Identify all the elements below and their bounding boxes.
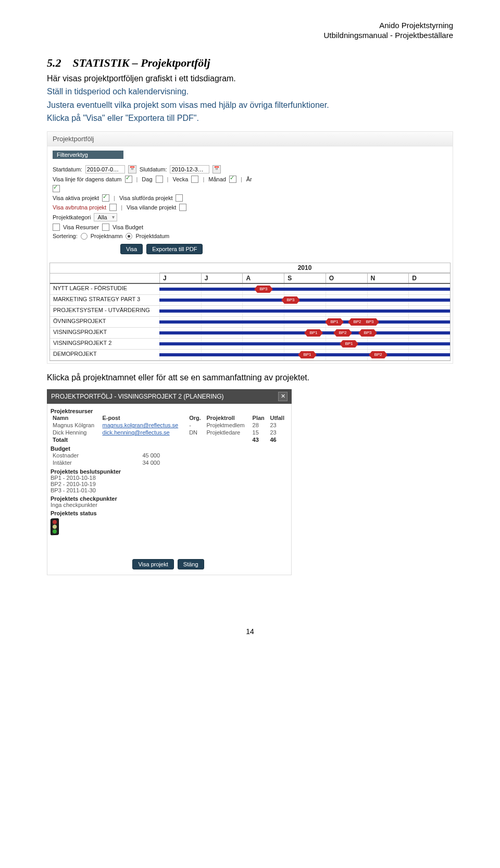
gantt-project-name[interactable]: VISNINGSPROJEKT: [50, 328, 159, 338]
res-plan: 28: [251, 421, 268, 429]
aborted-checkbox[interactable]: [109, 204, 117, 211]
gantt-bar: [159, 309, 450, 313]
gantt-project-name[interactable]: DEMOPROJEKT: [50, 350, 159, 360]
doc-title-line2: Utbildningsmanual - Projektbeställare: [47, 31, 453, 41]
open-project-button[interactable]: Visa projekt: [132, 559, 173, 569]
decision-point-item: BP1 - 2010-10-18: [51, 475, 288, 481]
cp-heading: Projektets checkpunkter: [51, 495, 288, 502]
gantt-row: MARKETING STRATEGY PART 3BP3: [50, 295, 450, 306]
gantt-month-header: D: [408, 274, 450, 283]
decision-point-marker[interactable]: BP1: [307, 329, 320, 337]
res-role: Projektledare: [204, 429, 250, 436]
calendar-icon[interactable]: 📅: [213, 165, 221, 173]
col-org: Org.: [187, 414, 204, 421]
total-utfall: 46: [268, 436, 288, 443]
decision-point-marker[interactable]: BP2: [372, 351, 384, 358]
section-title: STATISTIK – Projektportfölj: [73, 56, 210, 69]
gantt-month-header: N: [367, 274, 409, 283]
gantt-year: 2010: [159, 263, 450, 273]
cost-value: 45 000: [140, 452, 288, 459]
finished-checkbox[interactable]: [176, 194, 183, 202]
sort-date-radio[interactable]: [126, 233, 132, 240]
gantt-month-header: O: [326, 274, 367, 283]
show-budget-checkbox[interactable]: [102, 224, 109, 231]
show-resources-checkbox[interactable]: [53, 224, 60, 231]
sort-name-label: Projektnamn: [91, 233, 123, 239]
income-label: Intäkter: [51, 459, 112, 466]
cost-label: Kostnader: [51, 452, 112, 459]
gantt-project-name[interactable]: VISNINGSPROJEKT 2: [50, 339, 159, 349]
gantt-row: VISNINGSPROJEKTBP1BP2BP3: [50, 328, 450, 339]
show-resources-label: Visa Resurser: [63, 224, 99, 230]
doc-header: Anido Projektstyrning Utbildningsmanual …: [47, 21, 453, 41]
gantt-row: NYTT LAGER - FÖRSTUDIEBP3: [50, 284, 450, 295]
gantt-bar: [159, 320, 450, 324]
col-name: Namn: [51, 414, 101, 421]
gantt-month-header: S: [284, 274, 326, 283]
bp-heading: Projektets beslutspunkter: [51, 468, 288, 475]
cp-none: Inga checkpunkter: [51, 502, 288, 508]
sort-name-radio[interactable]: [81, 233, 88, 240]
res-role: Projektmedlem: [204, 421, 250, 429]
decision-point-item: BP2 - 2010-10-19: [51, 481, 288, 487]
popup-title: PROJEKTPORTFÖLJ - VISNINGSPROJEKT 2 (PLA…: [51, 393, 224, 400]
sort-label: Sortering:: [53, 233, 78, 239]
res-name: Dick Henning: [51, 429, 101, 436]
decision-point-marker[interactable]: BP1: [301, 351, 314, 358]
decision-point-marker[interactable]: BP3: [361, 329, 374, 337]
doc-title-line1: Anido Projektstyrning: [47, 21, 453, 31]
income-value: 34 000: [140, 459, 288, 466]
day-label: Dag: [142, 176, 152, 182]
active-checkbox[interactable]: [102, 194, 109, 202]
gantt-project-name[interactable]: NYTT LAGER - FÖRSTUDIE: [50, 284, 159, 294]
gantt-project-name[interactable]: PROJEKTSYSTEM - UTVÄRDERING: [50, 306, 159, 316]
filter-header: Filterverktyg: [53, 151, 123, 159]
caption-2: Klicka på projektnamnet eller för att se…: [47, 372, 453, 383]
week-label: Vecka: [172, 176, 188, 182]
end-date-label: Slutdatum:: [140, 166, 167, 172]
month-label: Månad: [208, 176, 226, 182]
decision-point-marker[interactable]: BP2: [336, 329, 349, 337]
col-role: Projektroll: [204, 414, 250, 421]
week-checkbox[interactable]: [191, 176, 198, 183]
day-checkbox[interactable]: [156, 176, 163, 183]
calendar-icon[interactable]: 📅: [128, 165, 136, 173]
col-plan: Plan: [251, 414, 268, 421]
section-number: 5.2: [47, 56, 70, 70]
res-email[interactable]: magnus.kolgran@reflectus.se: [101, 421, 188, 429]
gantt-bar: [159, 299, 450, 302]
start-date-label: Startdatum:: [53, 166, 82, 172]
gantt-project-name[interactable]: MARKETING STRATEGY PART 3: [50, 295, 159, 305]
gantt-project-name[interactable]: ÖVNINGSPROJEKT: [50, 317, 159, 327]
gantt-bar: [159, 288, 450, 291]
today-line-checkbox[interactable]: [125, 176, 132, 183]
close-icon[interactable]: ✕: [278, 392, 288, 401]
today-line-label: Visa linje för dagens datum: [53, 176, 122, 182]
end-date-input[interactable]: [170, 165, 209, 173]
month-checkbox[interactable]: [229, 176, 236, 183]
instruction-3: Klicka på "Visa" eller "Exportera till P…: [47, 113, 453, 124]
show-budget-label: Visa Budget: [113, 224, 143, 230]
export-pdf-button[interactable]: Exportera till PDF: [146, 244, 203, 254]
close-button[interactable]: Stäng: [178, 559, 204, 569]
visa-button[interactable]: Visa: [120, 244, 143, 254]
decision-point-marker[interactable]: BP1: [328, 318, 341, 326]
resource-row: Magnus Kölgranmagnus.kolgran@reflectus.s…: [51, 421, 288, 429]
gantt-row: VISNINGSPROJEKT 2BP1: [50, 339, 450, 350]
paused-checkbox[interactable]: [179, 204, 186, 211]
category-select[interactable]: Alla: [94, 213, 117, 221]
res-email[interactable]: dick.henning@reflectus.se: [101, 429, 188, 436]
total-plan: 43: [251, 436, 268, 443]
year-checkbox[interactable]: [53, 185, 60, 192]
decision-point-marker[interactable]: BP3: [364, 318, 376, 326]
traffic-light-icon: [51, 518, 59, 536]
res-org: DN: [187, 429, 204, 436]
start-date-input[interactable]: [85, 165, 125, 173]
decision-point-marker[interactable]: BP3: [257, 286, 270, 293]
panel-title: Projektportfölj: [47, 132, 453, 146]
decision-point-marker[interactable]: BP1: [343, 340, 355, 348]
gantt-bar: [159, 342, 450, 345]
total-label: Totalt: [51, 436, 101, 443]
res-utfall: 23: [268, 421, 288, 429]
decision-point-marker[interactable]: BP3: [284, 296, 297, 304]
